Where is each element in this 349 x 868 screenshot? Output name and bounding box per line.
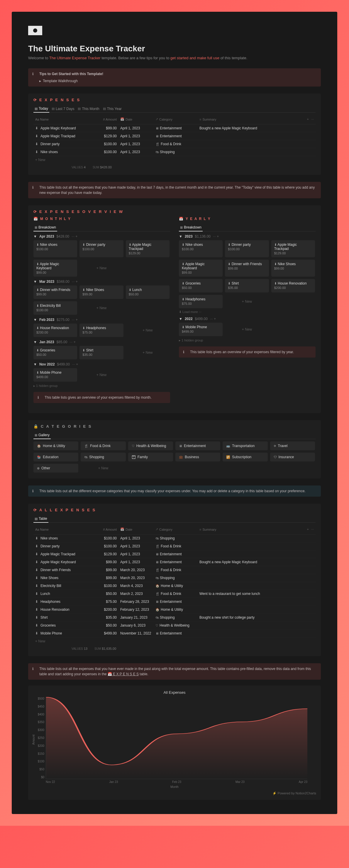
col-name[interactable]: Aa Name bbox=[33, 526, 92, 532]
expense-card[interactable]: ⬇ Dinner with Friends$99.00 bbox=[33, 285, 77, 299]
expense-card[interactable]: ⬇ Dinner party$100.00 bbox=[80, 240, 123, 257]
group-header[interactable]: ▼ Feb 2023 $275.00 ··· + bbox=[33, 318, 170, 322]
expense-card[interactable]: ⬇ Groceries$50.00 bbox=[33, 346, 77, 359]
table-row[interactable]: ⬇Nike shoes$100.00April 1, 2023🛍 Shoppin… bbox=[33, 148, 316, 156]
expense-card[interactable]: ⬇ Nike shoes$100.00 bbox=[179, 240, 223, 257]
table-row[interactable]: ⬇Nike shoes$100.00April 1, 2023🛍 Shoppin… bbox=[33, 534, 316, 542]
expense-card[interactable]: ⬇ Shirt$35.00 bbox=[80, 346, 123, 359]
expense-card[interactable]: ⬇ House Renovation$200.00 bbox=[271, 279, 315, 292]
gallery-tab[interactable]: ⊞Gallery bbox=[33, 432, 51, 439]
category-card[interactable]: 🍴Food & Drink bbox=[81, 441, 126, 450]
col-amount[interactable]: # Amount bbox=[92, 116, 119, 122]
category-card[interactable]: 🛡Insurance bbox=[270, 453, 315, 461]
expense-card[interactable]: ⬇ Lunch$50.00 bbox=[126, 285, 169, 299]
expense-card[interactable]: ⬇ House Renovation$200.00 bbox=[33, 323, 77, 337]
more-icon[interactable]: ··· bbox=[311, 117, 314, 121]
table-row[interactable]: ⬇Dinner with Friends$99.00March 20, 2023… bbox=[33, 566, 316, 574]
col-summary[interactable]: ≡Summary bbox=[198, 116, 305, 122]
col-category[interactable]: ↗Category bbox=[154, 526, 198, 532]
col-amount[interactable]: # Amount bbox=[92, 526, 119, 532]
expense-card[interactable]: ⬇ Apple Magic Trackpad$129.00 bbox=[126, 240, 169, 257]
expense-card[interactable]: ⬇ Headphones$75.00 bbox=[179, 295, 223, 308]
category-card[interactable]: 📚Education bbox=[33, 453, 78, 461]
table-row[interactable]: ⬇Apple Magic Trackpad$129.00April 1, 202… bbox=[33, 132, 316, 140]
add-column-button[interactable]: + bbox=[307, 117, 309, 121]
category-card[interactable]: 🔁Subscription bbox=[223, 453, 267, 461]
table-row[interactable]: ⬇Dinner party$100.00April 1, 2023🍴 Food … bbox=[33, 140, 316, 148]
load-more-button[interactable]: ⬇ Load more ··· bbox=[179, 310, 316, 314]
new-card-button[interactable]: + New bbox=[80, 301, 123, 315]
expense-card[interactable]: ⬇ Apple Magic Trackpad$129.00 bbox=[271, 240, 315, 257]
table-row[interactable]: ⬇Electricity Bill$100.00March 4, 2023🏠 H… bbox=[33, 582, 316, 590]
add-card-button[interactable]: ··· + bbox=[210, 317, 216, 321]
expense-card[interactable]: ⬇ Groceries$50.00 bbox=[179, 279, 223, 292]
table-row[interactable]: ⬇House Renovation$200.00February 12, 202… bbox=[33, 606, 316, 614]
new-category-button[interactable]: + New bbox=[81, 464, 126, 472]
new-card-button[interactable]: + New bbox=[225, 323, 268, 336]
expense-card[interactable]: ⬇ Apple Magic Keyboard$99.00 bbox=[179, 259, 223, 277]
group-header[interactable]: ▼ Nov 2022 $499.00 ··· + bbox=[33, 362, 170, 366]
expense-card[interactable]: ⬇ Shirt$35.00 bbox=[225, 279, 268, 292]
expenses-link[interactable]: 📅 E X P E N S E S bbox=[108, 672, 139, 676]
table-row[interactable]: ⬇Dinner party$100.00April 1, 2023🍴 Food … bbox=[33, 542, 316, 550]
category-card[interactable]: 💼Business bbox=[176, 453, 220, 461]
expense-card[interactable]: ⬇ Headphones$75.00 bbox=[80, 323, 123, 337]
group-header[interactable]: ▼ 2022 $499.00 ··· + bbox=[179, 317, 316, 321]
col-date[interactable]: 📅Date bbox=[119, 116, 154, 122]
category-card[interactable]: ✈Travel bbox=[270, 441, 315, 450]
table-row[interactable]: ⬇Lunch$50.00March 2, 2023🍴 Food & DrinkW… bbox=[33, 590, 316, 598]
add-card-button[interactable]: ··· + bbox=[72, 318, 78, 322]
col-category[interactable]: ↗Category bbox=[154, 116, 198, 122]
category-card[interactable]: ♡Health & Wellbeing bbox=[128, 441, 173, 450]
expense-card[interactable]: ⬇ Electricity Bill$100.00 bbox=[33, 301, 77, 315]
table-row[interactable]: ⬇Shirt$35.00January 21, 2023🛍 ShoppingBo… bbox=[33, 614, 316, 622]
new-card-button[interactable]: + New bbox=[225, 295, 268, 308]
expense-card[interactable]: ⬇ Apple Magic Keyboard$99.00 bbox=[33, 259, 77, 277]
walkthrough-toggle[interactable]: ▸Template Walkthrough bbox=[39, 78, 103, 84]
col-date[interactable]: 📅Date bbox=[119, 526, 154, 532]
add-card-button[interactable]: ··· + bbox=[69, 340, 75, 344]
monthly-hidden-group[interactable]: ▸ 1 hidden group bbox=[33, 384, 170, 388]
table-row[interactable]: ⬇Nike Shoes$99.00March 20, 2023🛍 Shoppin… bbox=[33, 574, 316, 582]
group-header[interactable]: ▼ Apr 2023 $428.00 ··· + bbox=[33, 235, 170, 239]
table-row[interactable]: ⬇Groceries$50.00January 6, 2023♡ Health … bbox=[33, 622, 316, 629]
new-card-button[interactable]: + New bbox=[126, 323, 169, 337]
add-card-button[interactable]: ··· + bbox=[71, 235, 77, 239]
monthly-breakdown-tab[interactable]: ⊞Breakdown bbox=[33, 224, 57, 231]
tab-last-7-days[interactable]: ▤Last 7 Days bbox=[51, 105, 75, 112]
tab-today[interactable]: ▤Today bbox=[33, 105, 49, 113]
table-row[interactable]: ⬇Apple Magic Keyboard$99.00April 1, 2023… bbox=[33, 124, 316, 132]
col-name[interactable]: Aa Name bbox=[33, 116, 92, 122]
expense-card[interactable]: ⬇ Dinner with Friends$99.00 bbox=[225, 259, 268, 277]
expense-card[interactable]: ⬇ Mobile Phone$499.00 bbox=[33, 368, 77, 382]
table-row[interactable]: ⬇Apple Magic Keyboard$99.00April 1, 2023… bbox=[33, 558, 316, 566]
new-card-button[interactable]: + New bbox=[80, 368, 123, 382]
tab-this-year[interactable]: ▤This Year bbox=[102, 105, 123, 112]
category-card[interactable]: ⊕Other bbox=[33, 464, 78, 472]
group-header[interactable]: ▼ 2023 $1,136.00 ··· + bbox=[179, 235, 316, 239]
category-card[interactable]: 🛍Shopping bbox=[81, 453, 126, 461]
table-tab[interactable]: ▤Table bbox=[33, 515, 49, 523]
table-row[interactable]: ⬇Mobile Phone$499.00November 11, 2022🖥 E… bbox=[33, 629, 316, 638]
expense-card[interactable]: ⬇ Nike Shoes$99.00 bbox=[80, 285, 123, 299]
expense-card[interactable]: ⬇ Dinner party$100.00 bbox=[225, 240, 268, 257]
category-card[interactable]: 🖥Entertainment bbox=[176, 441, 220, 450]
new-card-button[interactable]: + New bbox=[126, 346, 169, 359]
group-header[interactable]: ▼ Jan 2023 $85.00 ··· + bbox=[33, 340, 170, 344]
expense-card[interactable]: ⬇ Nike Shoes$99.00 bbox=[271, 259, 315, 277]
new-all-row[interactable]: + New bbox=[33, 638, 316, 645]
expense-card[interactable]: ⬇ Mobile Phone$499.00 bbox=[179, 323, 223, 336]
add-card-button[interactable]: ··· + bbox=[213, 235, 219, 239]
add-card-button[interactable]: ··· + bbox=[72, 280, 78, 284]
add-card-button[interactable]: ··· + bbox=[72, 362, 78, 366]
table-row[interactable]: ⬇Apple Magic Trackpad$129.00April 1, 202… bbox=[33, 550, 316, 558]
tab-this-month[interactable]: ▤This Month bbox=[76, 105, 100, 112]
more-icon[interactable]: ··· bbox=[311, 527, 314, 531]
group-header[interactable]: ▼ Mar 2023 $348.00 ··· + bbox=[33, 280, 170, 284]
yearly-hidden-group[interactable]: ▸ 1 hidden group bbox=[179, 339, 316, 342]
expense-card[interactable]: ⬇ Nike shoes$100.00 bbox=[33, 240, 77, 257]
table-row[interactable]: ⬇Headphones$75.00February 28, 2023🖥 Ente… bbox=[33, 598, 316, 606]
new-expense-row[interactable]: + New bbox=[33, 156, 316, 164]
new-card-button[interactable]: + New bbox=[80, 259, 123, 277]
yearly-breakdown-tab[interactable]: ⊞Breakdown bbox=[179, 224, 203, 231]
